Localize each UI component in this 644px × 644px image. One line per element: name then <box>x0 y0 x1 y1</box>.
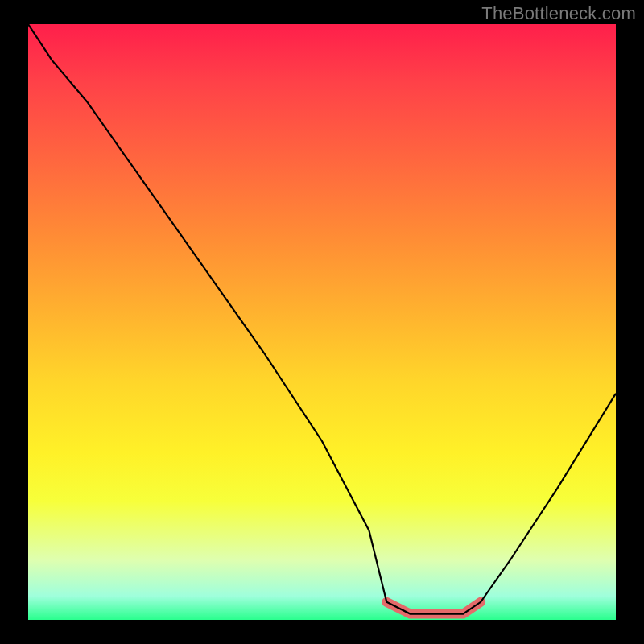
watermark-text: TheBottleneck.com <box>481 3 636 24</box>
plot-area <box>28 24 616 620</box>
bottleneck-curve-line <box>28 24 616 614</box>
plot-svg <box>28 24 616 620</box>
chart-container: TheBottleneck.com <box>0 0 644 644</box>
